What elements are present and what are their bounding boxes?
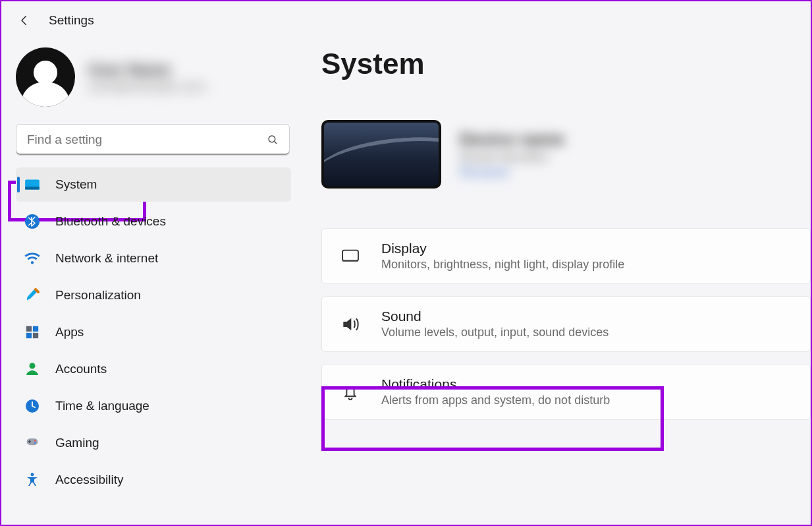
profile-name: User Name — [88, 61, 205, 79]
bluetooth-icon — [24, 213, 41, 230]
card-title: Notifications — [381, 376, 610, 392]
sidebar-item-label: Accessibility — [55, 473, 123, 487]
sidebar-item-label: Apps — [55, 325, 84, 339]
sidebar-item-label: Gaming — [55, 436, 99, 450]
sidebar-item-accounts[interactable]: Accounts — [16, 352, 291, 386]
card-desc: Alerts from apps and system, do not dist… — [381, 394, 610, 407]
accessibility-icon — [24, 471, 41, 488]
svg-rect-2 — [25, 187, 40, 189]
sidebar-item-accessibility[interactable]: Accessibility — [16, 463, 291, 497]
card-title: Display — [381, 241, 624, 256]
device-text: Device name Model identifier Rename — [460, 129, 564, 180]
card-desc: Volume levels, output, input, sound devi… — [381, 326, 609, 339]
card-title: Sound — [381, 308, 609, 324]
svg-point-3 — [25, 214, 40, 229]
monitor-icon — [338, 244, 363, 269]
svg-point-12 — [34, 442, 36, 444]
display-icon — [24, 176, 41, 193]
sidebar-item-label: Time & language — [55, 399, 149, 413]
search-box[interactable] — [16, 124, 290, 156]
main-content: System Device name Model identifier Rena… — [291, 32, 811, 522]
sidebar-item-label: Network & internet — [55, 251, 158, 266]
svg-point-0 — [269, 136, 275, 142]
sidebar-item-network[interactable]: Network & internet — [16, 241, 291, 276]
device-rename: Rename — [460, 165, 564, 180]
svg-rect-4 — [26, 326, 32, 332]
profile[interactable]: User Name user@example.com — [16, 47, 291, 107]
speaker-icon — [338, 312, 363, 337]
back-arrow-icon[interactable] — [18, 14, 32, 27]
sidebar-item-bluetooth[interactable]: Bluetooth & devices — [16, 204, 291, 239]
svg-point-13 — [31, 473, 34, 477]
card-sound[interactable]: Sound Volume levels, output, input, soun… — [321, 296, 811, 352]
sidebar-item-time-language[interactable]: Time & language — [16, 389, 291, 423]
settings-card-list: Display Monitors, brightness, night ligh… — [321, 228, 811, 420]
gamepad-icon — [24, 434, 41, 452]
titlebar: Settings — [1, 1, 811, 32]
sidebar-item-personalization[interactable]: Personalization — [16, 278, 291, 312]
profile-sub: user@example.com — [88, 79, 205, 94]
wifi-icon — [24, 250, 41, 267]
app-title: Settings — [49, 13, 94, 28]
sidebar-item-label: Bluetooth & devices — [55, 214, 166, 229]
avatar — [16, 47, 75, 107]
bell-icon — [338, 380, 363, 405]
nav-list: System Bluetooth & devices Network & int… — [16, 167, 291, 497]
device-thumbnail — [321, 120, 441, 189]
sidebar-item-apps[interactable]: Apps — [16, 315, 291, 349]
device-model: Model identifier — [460, 150, 564, 165]
card-desc: Monitors, brightness, night light, displ… — [381, 258, 624, 272]
card-display[interactable]: Display Monitors, brightness, night ligh… — [321, 228, 811, 284]
apps-icon — [24, 324, 41, 341]
sidebar: User Name user@example.com System Blue — [1, 32, 291, 522]
card-notifications[interactable]: Notifications Alerts from apps and syste… — [321, 364, 811, 420]
page-title: System — [321, 47, 811, 80]
device-info[interactable]: Device name Model identifier Rename — [321, 120, 811, 189]
sidebar-item-label: Personalization — [55, 288, 141, 303]
paintbrush-icon — [24, 287, 41, 304]
svg-rect-5 — [33, 326, 38, 332]
svg-point-11 — [34, 440, 36, 442]
sidebar-item-system[interactable]: System — [16, 167, 291, 202]
person-icon — [24, 361, 41, 378]
clock-globe-icon — [24, 397, 41, 415]
sidebar-item-gaming[interactable]: Gaming — [16, 426, 291, 460]
sidebar-item-label: System — [55, 177, 97, 192]
device-name: Device name — [460, 129, 564, 150]
svg-rect-6 — [26, 333, 32, 338]
search-icon — [267, 134, 279, 146]
svg-rect-7 — [33, 333, 38, 338]
profile-text: User Name user@example.com — [88, 61, 205, 94]
svg-rect-14 — [342, 250, 358, 260]
sidebar-item-label: Accounts — [55, 362, 107, 376]
search-input[interactable] — [27, 132, 267, 147]
svg-point-8 — [30, 363, 36, 369]
